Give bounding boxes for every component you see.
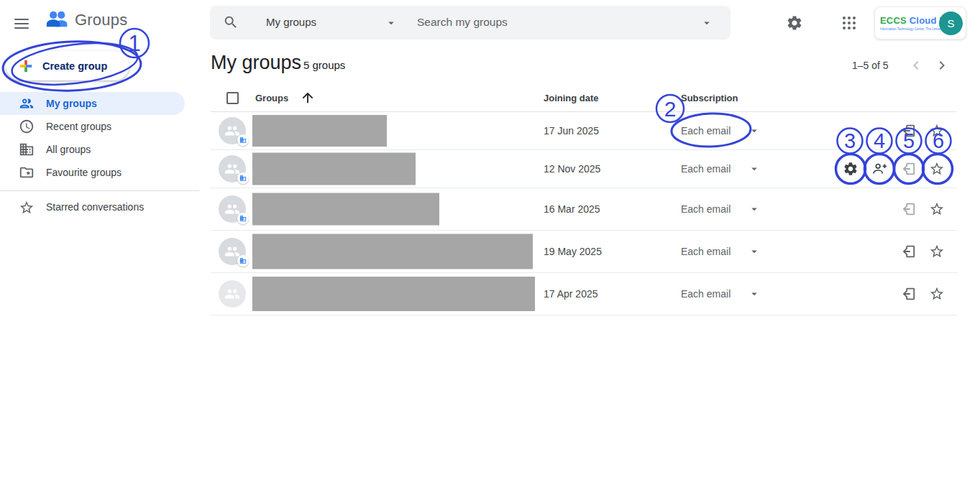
group-avatar bbox=[219, 280, 246, 308]
sidebar-item-my-groups[interactable]: My groups bbox=[0, 92, 185, 115]
table-row[interactable]: 17 Jun 2025 Each email bbox=[211, 112, 957, 150]
table-row[interactable]: 12 Nov 2025 Each email bbox=[211, 150, 957, 188]
subscription-caret-down-icon[interactable] bbox=[748, 162, 761, 175]
star-icon bbox=[19, 200, 35, 216]
group-avatar bbox=[219, 238, 246, 265]
user-avatar[interactable]: S bbox=[939, 11, 963, 35]
organization-badge-icon bbox=[237, 213, 249, 224]
settings-icon[interactable] bbox=[836, 154, 865, 183]
search-input[interactable]: Search my groups bbox=[417, 16, 508, 29]
group-avatar bbox=[219, 195, 246, 223]
sidebar-nav: My groups Recent groups All groups Favou… bbox=[0, 92, 199, 184]
group-avatar bbox=[219, 155, 246, 183]
sort-ascending-icon[interactable] bbox=[300, 90, 316, 106]
people-icon bbox=[19, 96, 35, 111]
sidebar-item-label: Recent groups bbox=[46, 121, 111, 132]
redacted-group-name bbox=[252, 193, 439, 226]
subscription-caret-down-icon[interactable] bbox=[748, 245, 761, 258]
prev-page-icon[interactable] bbox=[907, 57, 925, 74]
search-icon bbox=[223, 14, 239, 30]
pagination: 1–5 of 5 bbox=[852, 57, 951, 74]
redacted-group-name bbox=[252, 153, 416, 185]
groups-logo[interactable]: Groups bbox=[45, 9, 127, 31]
top-bar: Groups My groups Search my groups ECCS C… bbox=[0, 0, 980, 46]
sidebar-item-all-groups[interactable]: All groups bbox=[0, 138, 199, 161]
leave-group-icon[interactable] bbox=[894, 116, 922, 145]
joining-date: 16 Mar 2025 bbox=[544, 203, 600, 215]
joining-date: 12 Nov 2025 bbox=[544, 163, 600, 175]
star-icon[interactable] bbox=[922, 280, 951, 308]
clock-icon bbox=[19, 119, 35, 134]
sidebar-item-label: My groups bbox=[46, 98, 97, 109]
table-row[interactable]: 16 Mar 2025 Each email bbox=[211, 188, 957, 231]
table-row[interactable]: 19 May 2025 Each email bbox=[211, 231, 957, 273]
sidebar-divider bbox=[0, 190, 199, 191]
app-title: Groups bbox=[75, 11, 127, 29]
folder-star-icon bbox=[19, 165, 35, 180]
add-member-icon[interactable] bbox=[865, 154, 894, 183]
subscription-caret-down-icon[interactable] bbox=[748, 287, 761, 300]
star-icon[interactable] bbox=[922, 237, 951, 266]
search-scope-selector[interactable]: My groups bbox=[266, 16, 316, 28]
star-icon[interactable] bbox=[922, 116, 951, 145]
page-range: 1–5 of 5 bbox=[852, 60, 889, 71]
search-bar[interactable]: My groups Search my groups bbox=[210, 6, 731, 40]
account-badge[interactable]: ECCS Cloud Mail Information Technology C… bbox=[874, 6, 966, 40]
redacted-group-name bbox=[252, 234, 533, 269]
select-all-checkbox[interactable] bbox=[226, 92, 239, 104]
leave-group-icon[interactable] bbox=[894, 154, 922, 183]
group-avatar bbox=[219, 117, 246, 144]
next-page-icon[interactable] bbox=[933, 57, 951, 74]
joining-date: 17 Apr 2025 bbox=[544, 288, 598, 300]
settings-gear-icon[interactable] bbox=[786, 14, 803, 32]
table-row[interactable]: 17 Apr 2025 Each email bbox=[211, 273, 957, 315]
redacted-group-name bbox=[252, 277, 535, 311]
organization-badge-icon bbox=[237, 134, 249, 146]
scope-caret-down-icon[interactable] bbox=[385, 17, 398, 29]
redacted-group-name bbox=[252, 115, 387, 147]
plus-icon bbox=[18, 58, 34, 74]
subscription-caret-down-icon[interactable] bbox=[748, 124, 761, 137]
domain-icon bbox=[19, 142, 35, 157]
page-title: My groups bbox=[211, 52, 301, 74]
star-icon[interactable] bbox=[922, 195, 951, 223]
sidebar-item-favourite-groups[interactable]: Favourite groups bbox=[0, 161, 199, 184]
subscription-caret-down-icon[interactable] bbox=[748, 203, 761, 216]
column-header-groups[interactable]: Groups bbox=[255, 93, 288, 103]
apps-grid-icon[interactable] bbox=[841, 14, 858, 32]
create-group-button[interactable]: Create group bbox=[6, 51, 129, 80]
hamburger-menu-icon[interactable] bbox=[14, 16, 33, 30]
leave-group-icon[interactable] bbox=[894, 237, 922, 266]
organization-badge-icon bbox=[237, 172, 249, 184]
sidebar-item-starred-conversations[interactable]: Starred conversations bbox=[0, 196, 199, 219]
sidebar-item-label: Starred conversations bbox=[46, 201, 144, 213]
sidebar-item-label: All groups bbox=[46, 144, 91, 155]
advanced-search-caret-icon[interactable] bbox=[700, 17, 713, 29]
star-icon[interactable] bbox=[922, 154, 951, 183]
sidebar-item-recent-groups[interactable]: Recent groups bbox=[0, 115, 199, 138]
table-header: Groups Joining date Subscription bbox=[211, 85, 957, 112]
groups-logo-icon bbox=[45, 9, 69, 31]
joining-date: 19 May 2025 bbox=[544, 246, 602, 257]
group-count: 5 groups bbox=[303, 59, 345, 71]
leave-group-icon[interactable] bbox=[894, 280, 922, 308]
column-header-subscription[interactable]: Subscription bbox=[681, 93, 738, 103]
leave-group-icon[interactable] bbox=[894, 195, 922, 223]
column-header-joining-date[interactable]: Joining date bbox=[544, 93, 599, 103]
organization-badge-icon bbox=[237, 255, 249, 267]
sidebar-item-label: Favourite groups bbox=[46, 167, 122, 178]
joining-date: 17 Jun 2025 bbox=[544, 125, 599, 137]
create-group-label: Create group bbox=[42, 60, 107, 72]
